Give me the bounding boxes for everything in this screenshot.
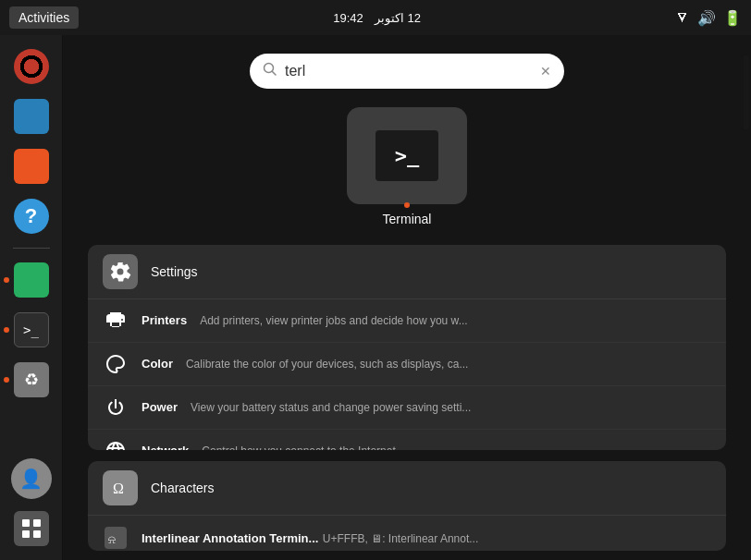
help-icon: ?	[14, 199, 49, 234]
settings-header-row: Settings	[88, 245, 726, 299]
svg-rect-2	[22, 530, 30, 538]
printers-title: Printers	[142, 313, 187, 327]
terminal-prompt-symbol: >_	[395, 144, 420, 167]
active-dot-recycle	[4, 377, 9, 383]
vinyl-icon	[14, 49, 49, 84]
dock-item-writer[interactable]	[9, 94, 54, 139]
battery-icon: 🔋	[723, 9, 742, 27]
featured-app-icon: >_	[347, 107, 467, 204]
dock-item-user[interactable]: 👤	[9, 457, 54, 501]
featured-app[interactable]: >_ Terminal	[347, 107, 467, 226]
search-clear-button[interactable]: ✕	[540, 64, 551, 79]
settings-result-network[interactable]: Network Control how you connect to the I…	[88, 430, 726, 450]
printers-desc: Add printers, view printer jobs and deci…	[200, 314, 468, 327]
settings-result-color[interactable]: Color Calibrate the color of your device…	[88, 343, 726, 386]
apps-grid-icon	[14, 511, 49, 546]
dock-item-editor[interactable]	[9, 258, 54, 302]
characters-app-name: Characters	[151, 481, 214, 495]
settings-app-name: Settings	[151, 264, 198, 279]
top-bar: Activities 12 اکتوبر 19:42 ⛛ 🔊 🔋	[0, 0, 751, 35]
user-avatar: 👤	[11, 458, 52, 499]
editor-icon	[14, 262, 49, 298]
color-icon	[103, 351, 129, 377]
settings-result-power[interactable]: Power View your battery status and chang…	[88, 386, 726, 430]
chars-result-interlinear[interactable]: ⍾ Interlinear Annotation Termin... U+FFF…	[88, 516, 726, 551]
network-settings-icon	[103, 438, 129, 450]
active-dot	[4, 277, 9, 283]
dock-item-help[interactable]: ?	[9, 194, 54, 238]
svg-rect-1	[33, 519, 41, 527]
interlinear-text-group: Interlinear Annotation Termin... U+FFFB,…	[142, 530, 478, 546]
svg-rect-3	[33, 530, 41, 538]
dock-item-appstore[interactable]	[9, 144, 54, 189]
settings-app-icon	[103, 254, 138, 289]
network-icon: ⛛	[675, 9, 690, 26]
volume-icon: 🔊	[697, 9, 716, 27]
printer-icon	[103, 308, 129, 334]
power-desc: View your battery status and change powe…	[191, 401, 471, 414]
top-bar-center: 12 اکتوبر 19:42	[333, 11, 421, 25]
active-dot-terminal	[4, 327, 9, 333]
settings-section: Settings Printers Add printers, view pri…	[88, 245, 726, 450]
writer-icon	[14, 99, 49, 134]
dock-item-vinyl[interactable]	[9, 44, 54, 89]
top-bar-right: ⛛ 🔊 🔋	[675, 9, 742, 27]
dock-item-terminal[interactable]: >_	[9, 308, 54, 352]
network-title: Network	[142, 444, 189, 450]
settings-results: Printers Add printers, view printer jobs…	[88, 299, 726, 450]
terminal-dock-icon: >_	[14, 312, 49, 347]
appstore-icon	[14, 149, 49, 184]
svg-line-5	[273, 71, 277, 75]
interlinear-desc: U+FFFB, 🖥: Interlinear Annot...	[323, 532, 478, 545]
interlinear-title: Interlinear Annotation Termin...	[142, 531, 318, 545]
recycle-icon: ♻	[14, 362, 49, 397]
power-icon	[103, 395, 129, 420]
dock-item-recycle[interactable]: ♻	[9, 358, 54, 402]
activities-button[interactable]: Activities	[9, 6, 79, 29]
svg-rect-0	[22, 519, 30, 527]
date-label: 12 اکتوبر	[375, 11, 421, 25]
settings-result-printers[interactable]: Printers Add printers, view printer jobs…	[88, 299, 726, 343]
characters-app-icon: Ω	[103, 470, 138, 505]
characters-header-row: Ω Characters	[88, 461, 726, 516]
dock: ? >_ ♻ 👤	[0, 35, 63, 560]
svg-text:⍾: ⍾	[108, 532, 116, 546]
time-label: 19:42	[333, 11, 363, 25]
svg-text:Ω: Ω	[113, 481, 124, 496]
dock-divider	[13, 248, 50, 249]
color-title: Color	[142, 357, 173, 371]
network-desc: Control how you connect to the Internet	[202, 444, 395, 450]
overlay: ? >_ ♻ 👤	[0, 35, 751, 560]
search-icon	[263, 62, 277, 80]
featured-app-dot	[404, 202, 410, 208]
content-area: ✕ >_ Terminal Settings	[63, 35, 751, 560]
terminal-icon-inner: >_	[376, 130, 438, 181]
dock-item-apps[interactable]	[9, 506, 54, 551]
color-desc: Calibrate the color of your devices, suc…	[186, 358, 468, 371]
power-title: Power	[142, 400, 178, 414]
interlinear-char-icon: ⍾	[103, 525, 129, 551]
characters-section: Ω Characters ⍾ Interlinear Annotation Te…	[88, 461, 726, 551]
search-input[interactable]	[285, 63, 533, 79]
search-bar: ✕	[250, 54, 564, 89]
featured-app-label: Terminal	[383, 212, 432, 226]
